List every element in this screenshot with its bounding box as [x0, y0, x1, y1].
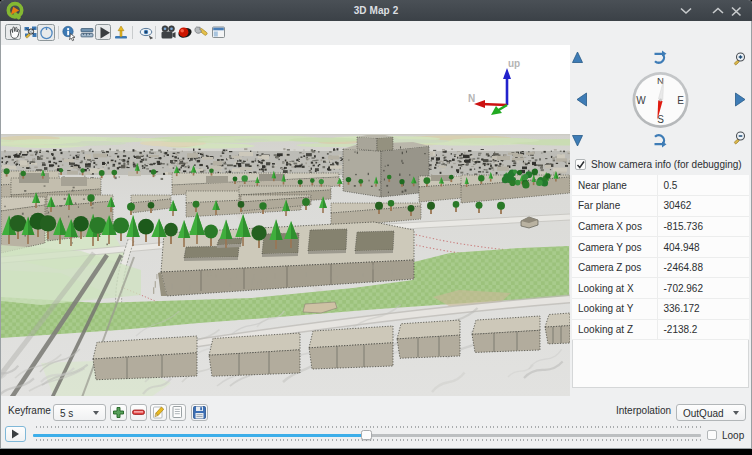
svg-text:up: up [508, 58, 520, 69]
svg-text:E: E [677, 95, 684, 106]
svg-text:N: N [468, 93, 475, 104]
svg-text:W: W [636, 95, 646, 106]
